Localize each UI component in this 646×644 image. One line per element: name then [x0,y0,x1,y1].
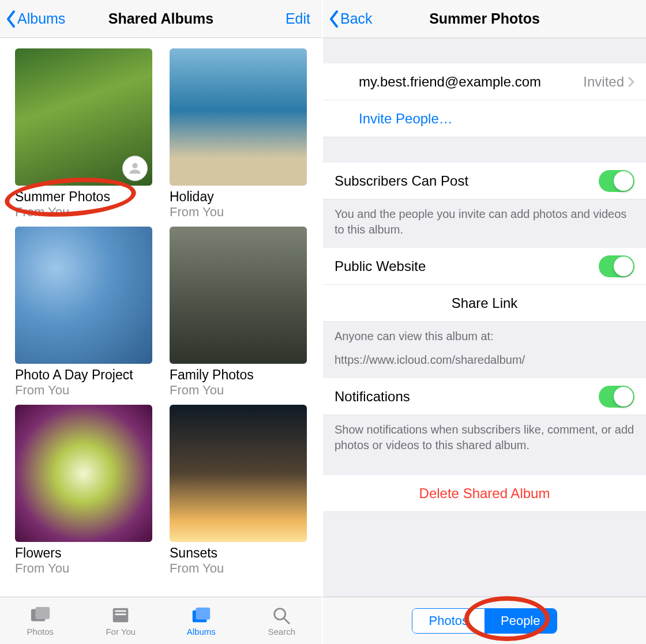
public-website-toggle[interactable] [599,255,634,277]
tab-label: Albums [187,627,216,637]
delete-shared-album-button[interactable]: Delete Shared Album [323,475,646,512]
tab-for-you[interactable]: For You [81,597,162,644]
notifications-toggle[interactable] [599,386,634,408]
notifications-row[interactable]: Notifications [323,378,646,415]
invitee-email: my.best.friend@example.com [359,74,541,90]
invite-people-button[interactable]: Invite People… [323,100,646,137]
delete-label: Delete Shared Album [419,485,550,502]
album-subtitle: From You [170,561,307,576]
back-label: Back [340,10,373,27]
tab-albums[interactable]: Albums [161,597,242,644]
person-icon [127,160,143,176]
edit-button[interactable]: Edit [286,10,310,27]
album-sunsets[interactable]: Sunsets From You [170,405,307,576]
album-thumbnail [170,48,307,186]
settings-list[interactable]: my.best.friend@example.com Invited Invit… [323,38,646,597]
album-title: Flowers [15,545,152,561]
album-title: Holiday [170,189,307,205]
share-link-label: Share Link [452,295,518,311]
segment-photos[interactable]: Photos [412,609,484,633]
svg-rect-6 [196,607,210,619]
album-photo-a-day[interactable]: Photo A Day Project From You [15,227,152,398]
back-button[interactable]: Back [329,10,373,28]
share-link-note: Anyone can view this album at: https://w… [323,322,646,378]
row-label: Notifications [335,389,410,405]
tab-label: Photos [27,627,54,637]
subscribers-can-post-row[interactable]: Subscribers Can Post [323,163,646,199]
back-button[interactable]: Albums [6,10,65,28]
photos-icon [29,605,51,625]
tab-label: Search [268,627,295,637]
album-title: Family Photos [170,367,307,383]
invitee-row[interactable]: my.best.friend@example.com Invited [323,63,646,100]
svg-rect-4 [115,613,126,615]
album-summer-photos[interactable]: Summer Photos From You [15,48,152,220]
back-label: Albums [17,10,65,27]
album-flowers[interactable]: Flowers From You [15,405,152,576]
share-note-url: https://www.icloud.com/sharedalbum/ [335,352,634,368]
segment-people[interactable]: People [484,609,557,633]
photos-people-segment: Photos People [412,608,557,634]
search-icon [271,605,292,625]
album-subtitle: From You [170,383,307,398]
album-title: Summer Photos [15,189,152,205]
public-website-row[interactable]: Public Website [323,248,646,285]
tab-search[interactable]: Search [242,597,322,644]
album-subtitle: From You [170,205,307,220]
navbar: Albums Shared Albums Edit [0,0,322,38]
phone-album-settings: Back Summer Photos my.best.friend@exampl… [323,0,646,644]
phone-shared-albums: Albums Shared Albums Edit Summer Photos … [0,0,323,644]
bottom-segment-bar: Photos People [323,597,646,644]
navbar: Back Summer Photos [323,0,646,38]
svg-line-8 [284,618,290,623]
chevron-right-icon [628,76,634,88]
album-thumbnail [170,405,307,542]
tabbar: Photos For You Albums Search [0,597,322,644]
album-grid-scroll[interactable]: Summer Photos From You Holiday From You … [0,38,322,597]
svg-rect-1 [35,607,50,619]
chevron-left-icon [6,10,16,28]
tab-label: For You [106,627,136,637]
chevron-left-icon [329,10,339,28]
album-thumbnail [15,227,152,364]
svg-rect-3 [115,610,126,612]
album-grid: Summer Photos From You Holiday From You … [15,48,307,576]
invitee-status: Invited [583,74,624,90]
album-thumbnail [170,227,307,364]
share-note-line-1: Anyone can view this album at: [335,329,634,344]
tab-photos[interactable]: Photos [0,597,81,644]
page-title: Shared Albums [108,10,213,27]
album-family-photos[interactable]: Family Photos From You [170,227,307,398]
albums-icon [190,605,212,625]
invite-label: Invite People… [359,111,453,127]
row-label: Public Website [335,258,426,274]
album-thumbnail [15,48,152,186]
album-subtitle: From You [15,561,152,576]
album-thumbnail [15,405,152,542]
row-label: Subscribers Can Post [335,173,468,189]
album-holiday[interactable]: Holiday From You [170,48,307,220]
album-subtitle: From You [15,383,152,398]
for-you-icon [110,605,132,625]
album-title: Sunsets [170,545,307,561]
avatar-badge [122,156,148,181]
page-title: Summer Photos [429,10,540,27]
notifications-note: Show notifications when subscribers like… [323,415,646,464]
subscribers-note: You and the people you invite can add ph… [323,199,646,248]
subscribers-toggle[interactable] [599,170,634,192]
album-subtitle: From You [15,205,152,220]
share-link-button[interactable]: Share Link [323,285,646,322]
album-title: Photo A Day Project [15,367,152,383]
